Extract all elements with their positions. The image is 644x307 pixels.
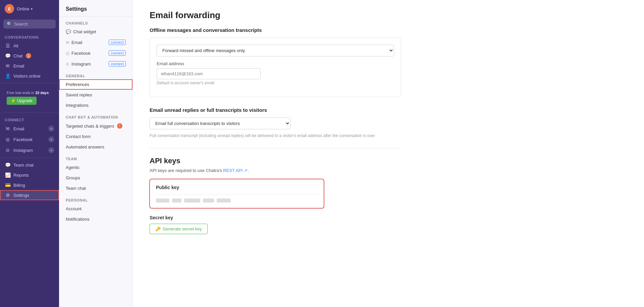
trial-text: Free trial ends in 10 days [7,91,52,95]
unread-section-title: Email unread replies or full transcripts… [150,107,627,113]
trial-box: Free trial ends in 10 days ⚡ Upgrade [3,88,56,107]
sidebar-item-connect-email[interactable]: ✉ Email + [0,123,59,134]
secret-key-title: Secret key [150,215,627,220]
search-icon: 🔍 [7,21,12,27]
reports-icon: 📈 [5,172,11,178]
sidebar-item-email[interactable]: ✉ Email [0,61,59,71]
nav-item-agents[interactable]: Agents [59,162,132,173]
nav-item-chat-widget[interactable]: 💬 Chat widget [59,27,132,37]
page-title: Email forwarding [150,10,627,20]
key-block-2 [172,199,181,203]
key-block-5 [217,199,231,203]
rest-api-link[interactable]: REST API ↗ [223,168,248,173]
section-separator [150,148,401,148]
status-label[interactable]: Online ▾ [17,6,33,11]
billing-icon: 💳 [5,182,11,188]
api-keys-title: API keys [150,157,627,165]
nav-item-notifications[interactable]: Notifications [59,214,132,224]
search-input[interactable]: 🔍 Search [3,19,56,29]
facebook-settings-icon: ◎ [66,51,69,56]
connect-instagram-plus-icon[interactable]: + [48,147,54,153]
settings-nav: Settings Channels 💬 Chat widget ✉ Email … [59,0,133,307]
public-key-value [156,199,318,203]
conversations-section-label: Conversations [0,32,59,41]
nav-item-team-chat[interactable]: Team chat [59,183,132,193]
chat-icon: 💬 [5,53,11,58]
nav-item-contact-form[interactable]: Contact form [59,131,132,142]
email-settings-icon: ✉ [66,40,69,45]
instagram-connect-badge: connect [109,61,126,67]
transcript-select[interactable]: Email full conversation transcripts to v… [150,118,290,129]
main-content: Email forwarding Offline messages and co… [133,0,644,307]
nav-item-targeted-chats[interactable]: Targeted chats & triggers ! [59,121,132,131]
nav-item-account[interactable]: Account [59,204,132,214]
sidebar-item-team-chat[interactable]: 💬 Team chat [0,160,59,170]
key-block-1 [156,199,169,203]
nav-section-personal: Personal [59,193,132,204]
generate-secret-key-button[interactable]: 🔑 Generate secret key [150,224,208,234]
connect-section-label: Connect [0,115,59,123]
visitors-icon: 👤 [5,73,11,79]
nav-item-email[interactable]: ✉ Email connect [59,37,132,48]
sidebar-item-all[interactable]: ☰ All [0,41,59,51]
nav-item-groups[interactable]: Groups [59,173,132,183]
upgrade-icon: ⚡ [11,98,16,103]
nav-item-instagram[interactable]: ⊙ Instagram connect [59,58,132,69]
sidebar-item-reports[interactable]: 📈 Reports [0,170,59,180]
connect-email-icon: ✉ [5,126,11,131]
sidebar: E Online ▾ 🔍 Search Conversations ☰ All … [0,0,59,307]
email-connect-badge: connect [109,40,126,45]
nav-section-team: Team [59,152,132,162]
sidebar-item-chat[interactable]: 💬 Chat 1 [0,51,59,61]
sidebar-item-connect-facebook[interactable]: ◎ Facebook + [0,134,59,145]
key-block-4 [203,199,214,203]
email-nav-icon: ✉ [5,63,11,69]
avatar: E [5,4,14,13]
status-caret-icon: ▾ [31,7,33,11]
email-address-row: Email address Default is account owner's… [157,61,394,85]
sidebar-divider-3 [0,158,59,158]
upgrade-button[interactable]: ⚡ Upgrade [7,97,37,105]
facebook-connect-badge: connect [109,50,126,56]
key-block-3 [184,199,200,203]
sidebar-item-settings[interactable]: ⚙ Settings [0,190,59,200]
connect-email-plus-icon[interactable]: + [48,126,54,132]
key-icon: 🔑 [155,226,161,231]
chat-widget-icon: 💬 [66,29,71,34]
sidebar-item-billing[interactable]: 💳 Billing [0,180,59,190]
nav-item-automated-answers[interactable]: Automated answers [59,142,132,152]
nav-item-integrations[interactable]: Integrations [59,100,132,111]
forward-select[interactable]: Forward missed and offline messages only… [157,45,394,56]
team-chat-icon: 💬 [5,162,11,168]
targeted-chats-info-badge: ! [117,123,122,129]
transcript-section: Email full conversation transcripts to v… [150,118,401,138]
transcript-hint: Full conversation transcript (including … [150,133,401,138]
email-address-label: Email address [157,61,394,66]
offline-messages-card: Forward missed and offline messages only… [150,38,401,97]
connect-facebook-plus-icon[interactable]: + [48,136,54,142]
public-key-card: Public key [150,179,324,208]
sidebar-header: E Online ▾ [0,0,59,17]
nav-item-facebook[interactable]: ◎ Facebook connect [59,48,132,58]
api-keys-desc: API keys are required to use Chatra's RE… [150,168,627,173]
settings-icon: ⚙ [5,192,11,198]
all-icon: ☰ [5,43,11,48]
offline-section-title: Offline messages and conversation transc… [150,27,627,33]
sidebar-divider-2 [0,112,59,113]
settings-nav-title: Settings [59,0,132,16]
instagram-settings-icon: ⊙ [66,61,69,67]
nav-section-chatbot: Chat bot & Automation [59,111,132,121]
key-divider [156,194,318,194]
sidebar-item-visitors[interactable]: 👤 Visitors online [0,71,59,81]
chat-badge: 1 [26,53,31,58]
email-address-input[interactable] [157,68,261,79]
nav-section-channels: Channels [59,16,132,27]
sidebar-item-connect-instagram[interactable]: ⊙ Instagram + [0,145,59,156]
sidebar-divider-1 [0,83,59,83]
instagram-icon: ⊙ [5,147,11,153]
public-key-title: Public key [156,185,318,190]
facebook-icon: ◎ [5,137,11,142]
nav-item-saved-replies[interactable]: Saved replies [59,90,132,100]
nav-section-general: General [59,69,132,79]
nav-item-preferences[interactable]: Preferences [59,79,132,90]
